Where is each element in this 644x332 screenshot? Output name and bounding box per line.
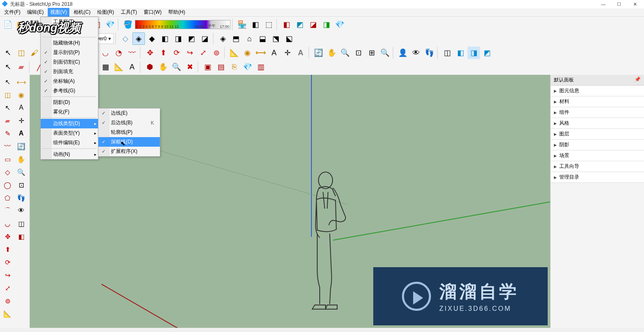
tool-k-button[interactable]: ✖: [184, 61, 196, 73]
menu-draw[interactable]: 绘图(R): [95, 8, 117, 17]
lt-offset[interactable]: ⊚: [1, 295, 14, 307]
lt-section[interactable]: ◫: [15, 217, 28, 230]
ext-button-2[interactable]: ⬚: [262, 18, 275, 31]
orbit-button[interactable]: 🔄: [312, 47, 325, 59]
tray-item-instructor[interactable]: ▶工具向导: [551, 161, 644, 172]
follow-button[interactable]: ↪: [184, 47, 196, 59]
walk-button[interactable]: 👣: [423, 47, 436, 59]
view-mono-button[interactable]: ◨: [172, 32, 185, 45]
menu-tools[interactable]: 工具(T): [118, 8, 140, 17]
offset-button[interactable]: ⊚: [210, 47, 223, 59]
tray-item-layers[interactable]: ▶图层: [551, 129, 644, 140]
text-button[interactable]: A: [268, 47, 280, 59]
ext-button-1[interactable]: ◧: [249, 18, 262, 31]
new-button[interactable]: 📄: [2, 18, 14, 31]
lt-arc[interactable]: ⌒: [1, 204, 14, 217]
select2-button[interactable]: ↖: [2, 61, 14, 73]
scale-button[interactable]: ⤢: [197, 47, 209, 59]
cam-iso-button[interactable]: ◈: [217, 32, 229, 45]
tray-title[interactable]: 默认面板 📌: [551, 75, 644, 86]
lt-prot[interactable]: ◉: [15, 89, 28, 101]
tray-item-styles[interactable]: ▶风格: [551, 118, 644, 129]
submenu-extension[interactable]: ✓扩展程序(X): [98, 147, 160, 156]
axes-button[interactable]: ✛: [281, 47, 294, 59]
menu-view-shadows[interactable]: 阴影(D): [41, 98, 99, 107]
pie-button[interactable]: ◔: [113, 47, 125, 59]
tape-button[interactable]: 📐: [228, 47, 240, 59]
cam-back-button[interactable]: ⬔: [270, 32, 282, 45]
tray-item-materials[interactable]: ▶材料: [551, 96, 644, 107]
menu-view-section-fill[interactable]: ✓剖面填充: [41, 67, 99, 76]
menu-view-component-edit[interactable]: 组件编辑(E)▸: [41, 138, 99, 148]
menu-view-section-cut[interactable]: ✓剖面切割(C): [41, 57, 99, 67]
dim-button[interactable]: ⟷: [255, 47, 267, 59]
cam-front-button[interactable]: ⌂: [243, 32, 256, 45]
tool-e-button[interactable]: ▦: [99, 61, 112, 73]
lt-select[interactable]: ↖: [1, 76, 14, 88]
section-fill-button[interactable]: ◩: [481, 47, 493, 59]
tray-item-entity-info[interactable]: ▶图元信息: [551, 86, 644, 96]
menu-help[interactable]: 帮助(H): [166, 8, 188, 17]
lt-eye[interactable]: 👁: [15, 204, 28, 217]
maximize-button[interactable]: ☐: [612, 0, 627, 8]
tool-g-button[interactable]: A: [126, 61, 138, 73]
minimize-button[interactable]: —: [596, 0, 611, 8]
menu-window[interactable]: 窗口(W): [141, 8, 164, 17]
zoom-ext-button[interactable]: ⊞: [365, 47, 378, 59]
tool-n-button[interactable]: ⎘: [228, 61, 240, 73]
lt-follow[interactable]: ↪: [1, 269, 14, 281]
3dtext-button[interactable]: A: [294, 47, 307, 59]
lt-free[interactable]: 〰: [1, 140, 14, 152]
lt-rect[interactable]: ▭: [1, 153, 14, 165]
tool-p-button[interactable]: ▥: [255, 61, 267, 73]
arc2-button[interactable]: ◡: [99, 47, 112, 59]
menu-view-hidden-geo[interactable]: 隐藏物体(H): [41, 38, 99, 48]
menu-file[interactable]: 文件(F): [2, 8, 23, 17]
lt-text[interactable]: A: [15, 101, 28, 114]
lt-zoomwin[interactable]: ⊡: [15, 179, 28, 191]
make-comp-button[interactable]: ◫: [15, 47, 27, 59]
lt-pencil[interactable]: ✎: [1, 127, 14, 140]
menu-view-axes[interactable]: ✓坐标轴(A): [41, 76, 99, 86]
style-4-button[interactable]: ◨: [320, 18, 333, 31]
freehand-button[interactable]: 〰: [126, 47, 138, 59]
tool-l-button[interactable]: ▣: [201, 61, 214, 73]
protractor-button[interactable]: ◉: [241, 47, 254, 59]
zoom-prev-button[interactable]: 🔍: [379, 47, 391, 59]
lt-3dtext[interactable]: A: [15, 127, 28, 140]
tool-h-button[interactable]: ⬢: [144, 61, 156, 73]
menu-view-face-style[interactable]: 表面类型(Y)▸: [41, 128, 99, 138]
submenu-edges[interactable]: ✓边线(E): [98, 108, 160, 118]
tray-item-shadows[interactable]: ▶阴影: [551, 140, 644, 150]
shadow-time-gradient[interactable]: 1 2 3 4 5 6 7 8 9 10 11 12 06:55 中午 17:0…: [135, 20, 230, 29]
submenu-profiles[interactable]: 轮廓线(P): [98, 128, 160, 137]
view-xray-button[interactable]: ◩: [186, 32, 198, 45]
zoom-win-button[interactable]: ⊡: [352, 47, 365, 59]
tool-f-button[interactable]: 📐: [113, 61, 125, 73]
view-tex-button[interactable]: ◧: [159, 32, 171, 45]
view-shaded-button[interactable]: ◆: [146, 32, 158, 45]
menu-view-show-section[interactable]: ✓显示剖切(P): [41, 48, 99, 57]
pin-icon[interactable]: 📌: [634, 76, 641, 84]
pan-button[interactable]: ✋: [326, 47, 338, 59]
tray-item-catalog[interactable]: ▶管理目录: [551, 172, 644, 183]
lt-zoom[interactable]: 🔍: [15, 166, 28, 178]
lt-eraser[interactable]: ▰: [1, 114, 14, 127]
submenu-back-edges[interactable]: ✓后边线(B)K: [98, 118, 160, 128]
warehouse-button[interactable]: 🏪: [236, 18, 248, 31]
lt-pan[interactable]: ✋: [15, 153, 28, 165]
lt-select2[interactable]: ↖: [1, 101, 14, 114]
lt-circle[interactable]: ◯: [1, 179, 14, 191]
lt-rotate[interactable]: ⟳: [1, 256, 14, 268]
push-button[interactable]: ⬆: [157, 47, 169, 59]
view-hidden-button[interactable]: ◈: [132, 32, 145, 45]
view-back-button[interactable]: ◪: [199, 32, 211, 45]
chevron-down-icon[interactable]: ▾: [108, 36, 111, 42]
tray-item-scenes[interactable]: ▶场景: [551, 150, 644, 161]
menu-view-guides[interactable]: ✓参考线(G): [41, 86, 99, 96]
submenu-depth-cue[interactable]: ✓深粗线(D): [98, 137, 160, 147]
lt-scale[interactable]: ⤢: [1, 282, 14, 294]
lt-comp[interactable]: ◧: [15, 230, 28, 243]
style-3-button[interactable]: ◪: [307, 18, 319, 31]
tool-m-button[interactable]: ▤: [215, 61, 227, 73]
